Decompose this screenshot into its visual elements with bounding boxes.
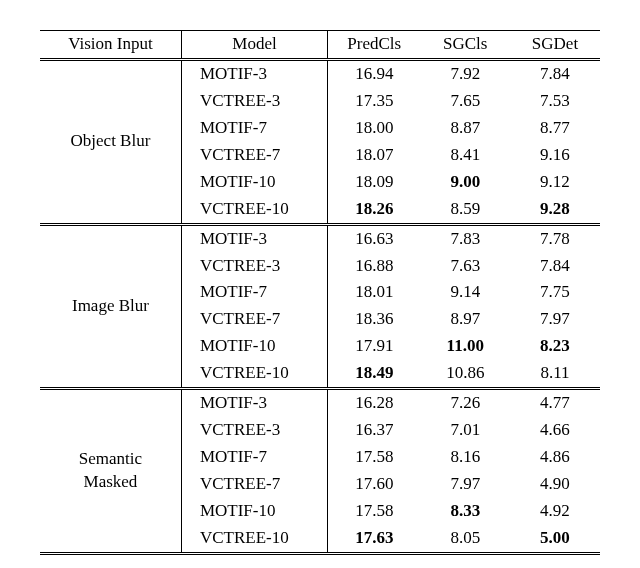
- cell-model: VCTREE-7: [181, 471, 327, 498]
- cell-model: VCTREE-3: [181, 88, 327, 115]
- cell-model: MOTIF-7: [181, 444, 327, 471]
- cell-sgcls: 8.87: [421, 115, 510, 142]
- cell-sgdet: 5.00: [510, 525, 600, 553]
- cell-sgdet: 7.53: [510, 88, 600, 115]
- cell-model: VCTREE-10: [181, 525, 327, 553]
- cell-sgcls: 10.86: [421, 360, 510, 388]
- cell-sgdet: 4.77: [510, 389, 600, 417]
- cell-predcls: 17.58: [328, 498, 421, 525]
- cell-predcls: 18.00: [328, 115, 421, 142]
- col-header-predcls: PredCls: [328, 31, 421, 60]
- col-header-model: Model: [181, 31, 327, 60]
- cell-sgdet: 9.12: [510, 169, 600, 196]
- cell-sgdet: 7.75: [510, 279, 600, 306]
- cell-model: VCTREE-7: [181, 142, 327, 169]
- cell-sgcls: 11.00: [421, 333, 510, 360]
- group-label-image-blur: Image Blur: [40, 224, 181, 389]
- cell-model: VCTREE-3: [181, 253, 327, 280]
- col-header-sgcls: SGCls: [421, 31, 510, 60]
- cell-predcls: 16.63: [328, 224, 421, 252]
- cell-sgdet: 9.28: [510, 196, 600, 224]
- table-row: Object Blur MOTIF-3 16.94 7.92 7.84: [40, 59, 600, 87]
- cell-predcls: 17.91: [328, 333, 421, 360]
- cell-sgcls: 7.83: [421, 224, 510, 252]
- cell-sgdet: 4.86: [510, 444, 600, 471]
- cell-predcls: 18.09: [328, 169, 421, 196]
- cell-sgdet: 7.78: [510, 224, 600, 252]
- cell-predcls: 17.60: [328, 471, 421, 498]
- cell-predcls: 18.49: [328, 360, 421, 388]
- cell-sgcls: 9.00: [421, 169, 510, 196]
- cell-model: MOTIF-7: [181, 279, 327, 306]
- cell-predcls: 17.35: [328, 88, 421, 115]
- group-label-object-blur: Object Blur: [40, 59, 181, 224]
- cell-sgcls: 8.05: [421, 525, 510, 553]
- cell-model: VCTREE-10: [181, 360, 327, 388]
- cell-model: MOTIF-3: [181, 389, 327, 417]
- cell-predcls: 16.94: [328, 59, 421, 87]
- cell-sgdet: 7.97: [510, 306, 600, 333]
- cell-predcls: 18.36: [328, 306, 421, 333]
- cell-predcls: 16.88: [328, 253, 421, 280]
- cell-predcls: 18.01: [328, 279, 421, 306]
- table-bottom-rule: [40, 553, 600, 555]
- cell-sgcls: 8.33: [421, 498, 510, 525]
- cell-sgcls: 7.26: [421, 389, 510, 417]
- cell-model: VCTREE-10: [181, 196, 327, 224]
- cell-sgdet: 8.11: [510, 360, 600, 388]
- cell-model: MOTIF-10: [181, 333, 327, 360]
- cell-sgdet: 7.84: [510, 59, 600, 87]
- cell-sgcls: 7.63: [421, 253, 510, 280]
- cell-model: MOTIF-3: [181, 59, 327, 87]
- cell-predcls: 17.63: [328, 525, 421, 553]
- cell-sgcls: 8.41: [421, 142, 510, 169]
- cell-sgdet: 9.16: [510, 142, 600, 169]
- table-header-row: Vision Input Model PredCls SGCls SGDet: [40, 31, 600, 60]
- cell-predcls: 18.26: [328, 196, 421, 224]
- table-row: Semantic Masked MOTIF-3 16.28 7.26 4.77: [40, 389, 600, 417]
- cell-sgcls: 8.59: [421, 196, 510, 224]
- cell-sgcls: 8.97: [421, 306, 510, 333]
- cell-sgcls: 7.65: [421, 88, 510, 115]
- cell-model: VCTREE-3: [181, 417, 327, 444]
- cell-predcls: 17.58: [328, 444, 421, 471]
- cell-sgdet: 4.66: [510, 417, 600, 444]
- cell-predcls: 16.37: [328, 417, 421, 444]
- cell-sgcls: 7.97: [421, 471, 510, 498]
- cell-model: MOTIF-10: [181, 169, 327, 196]
- cell-sgdet: 4.90: [510, 471, 600, 498]
- cell-model: MOTIF-7: [181, 115, 327, 142]
- col-header-sgdet: SGDet: [510, 31, 600, 60]
- table-row: Image Blur MOTIF-3 16.63 7.83 7.78: [40, 224, 600, 252]
- cell-sgdet: 7.84: [510, 253, 600, 280]
- cell-predcls: 16.28: [328, 389, 421, 417]
- cell-predcls: 18.07: [328, 142, 421, 169]
- cell-sgdet: 8.77: [510, 115, 600, 142]
- cell-sgdet: 8.23: [510, 333, 600, 360]
- cell-model: VCTREE-7: [181, 306, 327, 333]
- results-table: Vision Input Model PredCls SGCls SGDet O…: [40, 30, 600, 555]
- cell-sgcls: 7.01: [421, 417, 510, 444]
- group-label-semantic-masked: Semantic Masked: [40, 389, 181, 554]
- cell-sgcls: 9.14: [421, 279, 510, 306]
- col-header-vision-input: Vision Input: [40, 31, 181, 60]
- cell-sgcls: 8.16: [421, 444, 510, 471]
- cell-sgcls: 7.92: [421, 59, 510, 87]
- cell-model: MOTIF-10: [181, 498, 327, 525]
- cell-model: MOTIF-3: [181, 224, 327, 252]
- cell-sgdet: 4.92: [510, 498, 600, 525]
